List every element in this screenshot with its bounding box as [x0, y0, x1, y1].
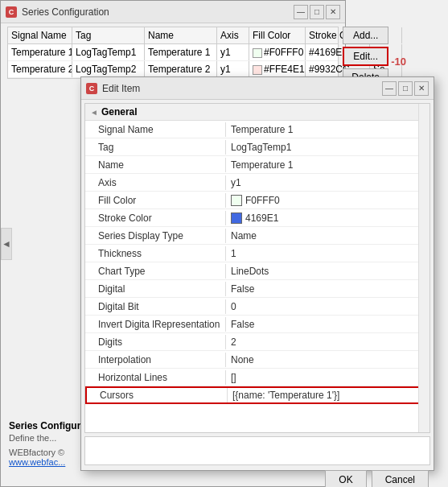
- prop-row-12[interactable]: Digits2: [85, 333, 430, 351]
- main-maximize-button[interactable]: □: [310, 5, 324, 19]
- prop-row-11[interactable]: Invert Digita lRepresentationFalse: [85, 316, 430, 333]
- side-number: -10: [391, 56, 406, 68]
- prop-row-8[interactable]: Chart TypeLineDots: [85, 262, 430, 280]
- general-section-label: General: [101, 106, 138, 118]
- cell-axis-2: y1: [217, 61, 249, 77]
- col-signal-name: Signal Name: [8, 27, 72, 43]
- cancel-button[interactable]: Cancel: [372, 470, 429, 487]
- prop-name-14: Horizontal Lines: [85, 370, 226, 385]
- prop-name-1: Tag: [85, 140, 226, 155]
- prop-value-7: 1: [226, 246, 430, 261]
- prop-name-4: Fill Color: [85, 193, 226, 208]
- dialog-footer: OK Cancel: [81, 467, 434, 487]
- col-name: Name: [145, 27, 217, 43]
- main-close-button[interactable]: ✕: [326, 5, 340, 19]
- ok-button[interactable]: OK: [325, 470, 366, 487]
- prop-value-14: []: [226, 370, 430, 385]
- table-row[interactable]: Temperature 1 LogTagTemp1 Temperature 1 …: [8, 44, 338, 61]
- prop-value-4[interactable]: F0FFF0: [226, 193, 430, 208]
- dialog-textarea: [84, 436, 430, 465]
- cell-fill-1: #F0FFF0: [249, 44, 306, 60]
- prop-row-0[interactable]: Signal NameTemperature 1: [85, 121, 430, 138]
- cell-name-2: Temperature 2: [145, 61, 217, 77]
- edit-dialog-maximize-button[interactable]: □: [398, 81, 413, 96]
- cell-signal-name-2: Temperature 2: [8, 61, 72, 77]
- prop-name-0: Signal Name: [85, 122, 226, 137]
- prop-row-5[interactable]: Stroke Color4169E1: [85, 209, 430, 227]
- prop-value-10: 0: [226, 299, 430, 314]
- prop-name-12: Digits: [85, 335, 226, 349]
- color-value-5: 4169E1: [245, 213, 278, 224]
- scrollbar[interactable]: [418, 104, 430, 432]
- prop-row-7[interactable]: Thickness1: [85, 245, 430, 262]
- prop-row-10[interactable]: Digital Bit0: [85, 298, 430, 316]
- prop-row-2[interactable]: NameTemperature 1: [85, 156, 430, 174]
- prop-value-15: [{name: 'Temperature 1'}]: [228, 388, 428, 402]
- prop-row-4[interactable]: Fill ColorF0FFF0: [85, 192, 430, 209]
- prop-name-2: Name: [85, 158, 226, 172]
- cell-name-1: Temperature 1: [145, 44, 217, 60]
- edit-dialog-close-button[interactable]: ✕: [414, 81, 429, 96]
- col-tag: Tag: [72, 27, 145, 43]
- main-minimize-button[interactable]: —: [294, 5, 308, 19]
- main-window-icon: C: [6, 6, 17, 18]
- prop-value-6: Name: [226, 229, 430, 243]
- prop-value-2: Temperature 1: [226, 158, 430, 172]
- prop-row-13[interactable]: InterpolationNone: [85, 351, 430, 369]
- main-window-title: Series Configuration: [22, 6, 292, 18]
- cell-tag-2: LogTagTemp2: [72, 61, 145, 77]
- col-axis: Axis: [217, 27, 249, 43]
- general-section-header: ◄ General: [85, 104, 430, 121]
- prop-name-7: Thickness: [85, 246, 226, 261]
- prop-row-15[interactable]: Cursors[{name: 'Temperature 1'}]: [85, 386, 430, 404]
- main-titlebar: C Series Configuration — □ ✕: [1, 1, 345, 23]
- prop-name-8: Chart Type: [85, 264, 226, 279]
- prop-name-10: Digital Bit: [85, 299, 226, 314]
- prop-row-1[interactable]: TagLogTagTemp1: [85, 138, 430, 156]
- prop-value-8: LineDots: [226, 264, 430, 279]
- series-table: Signal Name Tag Name Axis Fill Color Str…: [7, 27, 339, 79]
- prop-value-12: 2: [226, 335, 430, 349]
- prop-value-5[interactable]: 4169E1: [226, 211, 430, 225]
- prop-name-5: Stroke Color: [85, 211, 226, 225]
- color-swatch-4: [231, 195, 242, 206]
- prop-name-11: Invert Digita lRepresentation: [85, 317, 226, 332]
- cell-tag-1: LogTagTemp1: [72, 44, 145, 60]
- color-swatch-5: [231, 213, 242, 224]
- table-header: Signal Name Tag Name Axis Fill Color Str…: [8, 27, 338, 44]
- cell-axis-1: y1: [217, 44, 249, 60]
- prop-value-9: False: [226, 282, 430, 296]
- edit-dialog: C Edit Item — □ ✕ ◄ General Signal NameT…: [80, 76, 434, 471]
- prop-name-15: Cursors: [87, 388, 228, 402]
- prop-name-13: Interpolation: [85, 353, 226, 367]
- add-button[interactable]: Add...: [343, 27, 388, 44]
- prop-row-6[interactable]: Series Display TypeName: [85, 227, 430, 245]
- prop-value-1: LogTagTemp1: [226, 140, 430, 155]
- cell-signal-name-1: Temperature 1: [8, 44, 72, 60]
- properties-list: ◄ General Signal NameTemperature 1TagLog…: [84, 103, 430, 433]
- prop-name-3: Axis: [85, 175, 226, 190]
- prop-row-3[interactable]: Axisy1: [85, 174, 430, 192]
- prop-value-13: None: [226, 353, 430, 367]
- edit-dialog-title: Edit Item: [102, 83, 380, 94]
- prop-value-3: y1: [226, 175, 430, 190]
- edit-dialog-titlebar: C Edit Item — □ ✕: [81, 77, 434, 100]
- prop-name-9: Digital: [85, 282, 226, 296]
- scroll-left-arrow[interactable]: ◄: [1, 228, 12, 260]
- prop-value-0: Temperature 1: [226, 122, 430, 137]
- table-row[interactable]: Temperature 2 LogTagTemp2 Temperature 2 …: [8, 61, 338, 78]
- collapse-icon: ◄: [90, 108, 98, 117]
- prop-name-6: Series Display Type: [85, 229, 226, 243]
- color-value-4: F0FFF0: [245, 195, 280, 206]
- edit-button[interactable]: Edit...: [343, 47, 388, 66]
- cell-fill-2: #FFE4E1: [249, 61, 306, 77]
- prop-value-11: False: [226, 317, 430, 332]
- prop-row-9[interactable]: DigitalFalse: [85, 280, 430, 298]
- prop-row-14[interactable]: Horizontal Lines[]: [85, 369, 430, 386]
- edit-dialog-icon: C: [86, 83, 97, 94]
- edit-dialog-minimize-button[interactable]: —: [382, 81, 397, 96]
- col-fill-color: Fill Color: [249, 27, 306, 43]
